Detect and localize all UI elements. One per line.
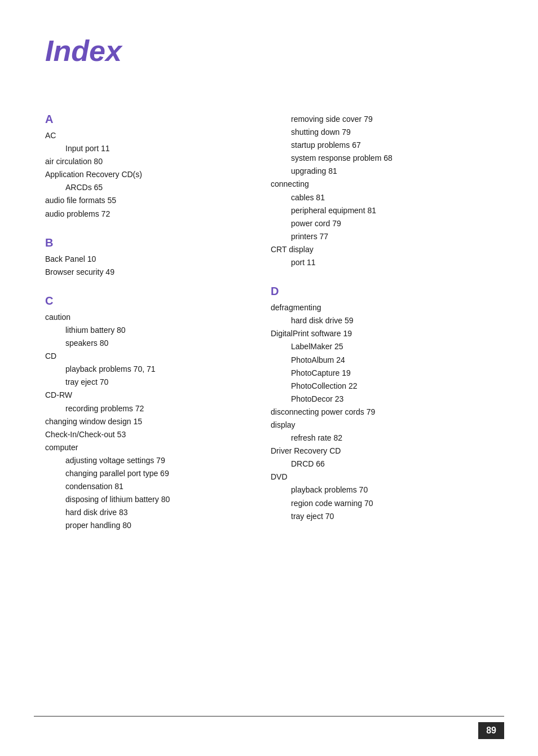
index-section: Ddefragmentinghard disk drive 59DigitalP… (271, 285, 493, 523)
index-entry: startup problems 67 (271, 139, 493, 152)
index-entry: Driver Recovery CD (271, 445, 493, 458)
index-entry: hard disk drive 59 (271, 314, 493, 327)
page-title: Index (45, 34, 493, 68)
index-content: AACInput port 11air circulation 80Applic… (45, 113, 493, 548)
index-entry: port 11 (271, 256, 493, 269)
index-entry: power cord 79 (271, 217, 493, 230)
index-entry: AC (45, 129, 248, 142)
index-entry: Check-In/Check-out 53 (45, 428, 248, 441)
index-entry: LabelMaker 25 (271, 340, 493, 353)
index-entry: adjusting voltage settings 79 (45, 454, 248, 467)
left-column: AACInput port 11air circulation 80Applic… (45, 113, 248, 548)
index-entry: printers 77 (271, 230, 493, 243)
footer-line (34, 716, 504, 717)
index-entry: PhotoCapture 19 (271, 367, 493, 380)
index-entry: hard disk drive 83 (45, 506, 248, 519)
index-entry: DVD (271, 471, 493, 484)
index-entry: condensation 81 (45, 480, 248, 493)
index-entry: removing side cover 79 (271, 113, 493, 126)
index-entry: tray eject 70 (271, 510, 493, 523)
index-entry: DRCD 66 (271, 458, 493, 471)
index-section: AACInput port 11air circulation 80Applic… (45, 113, 248, 221)
section-letter: B (45, 236, 248, 249)
index-entry: Application Recovery CD(s) (45, 168, 248, 181)
index-entry: peripheral equipment 81 (271, 204, 493, 217)
index-entry: playback problems 70, 71 (45, 363, 248, 376)
index-section: Ccautionlithium battery 80speakers 80CDp… (45, 295, 248, 533)
index-entry: Browser security 49 (45, 266, 248, 279)
index-entry: ARCDs 65 (45, 181, 248, 194)
index-entry: Input port 11 (45, 142, 248, 155)
index-section: removing side cover 79shutting down 79st… (271, 113, 493, 269)
index-entry: disconnecting power cords 79 (271, 406, 493, 419)
page-number: 89 (478, 722, 504, 739)
right-column: removing side cover 79shutting down 79st… (271, 113, 493, 548)
index-entry: audio problems 72 (45, 208, 248, 221)
index-entry: changing window design 15 (45, 415, 248, 428)
index-entry: air circulation 80 (45, 155, 248, 168)
index-entry: CD-RW (45, 389, 248, 402)
index-entry: computer (45, 441, 248, 454)
section-letter: A (45, 113, 248, 126)
index-entry: refresh rate 82 (271, 432, 493, 445)
index-section: BBack Panel 10Browser security 49 (45, 236, 248, 279)
index-entry: CD (45, 350, 248, 363)
index-entry: PhotoDecor 23 (271, 393, 493, 406)
index-entry: CRT display (271, 243, 493, 256)
index-entry: region code warning 70 (271, 497, 493, 510)
index-entry: proper handling 80 (45, 519, 248, 532)
index-entry: upgrading 81 (271, 165, 493, 178)
section-letter: D (271, 285, 493, 298)
index-entry: DigitalPrint software 19 (271, 327, 493, 340)
index-entry: changing parallel port type 69 (45, 467, 248, 480)
index-entry: system response problem 68 (271, 152, 493, 165)
index-entry: recording problems 72 (45, 402, 248, 415)
index-entry: speakers 80 (45, 337, 248, 350)
section-letter: C (45, 295, 248, 307)
index-entry: Back Panel 10 (45, 253, 248, 266)
index-entry: defragmenting (271, 301, 493, 314)
index-entry: display (271, 419, 493, 432)
index-entry: playback problems 70 (271, 484, 493, 496)
index-entry: tray eject 70 (45, 376, 248, 389)
index-entry: PhotoAlbum 24 (271, 354, 493, 367)
index-entry: disposing of lithium battery 80 (45, 493, 248, 506)
index-entry: PhotoCollection 22 (271, 380, 493, 393)
index-entry: connecting (271, 178, 493, 191)
index-entry: cables 81 (271, 191, 493, 204)
index-entry: caution (45, 311, 248, 324)
index-entry: audio file formats 55 (45, 194, 248, 207)
page: Index AACInput port 11air circulation 80… (0, 0, 538, 756)
index-entry: lithium battery 80 (45, 324, 248, 337)
index-entry: shutting down 79 (271, 126, 493, 139)
